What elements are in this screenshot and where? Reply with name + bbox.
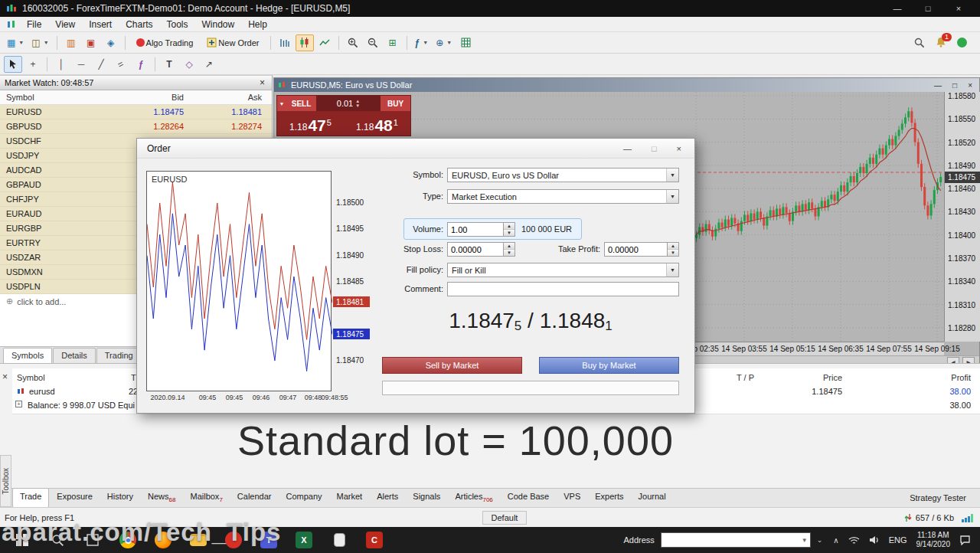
auto-scroll-button[interactable]: ⊞ (384, 34, 402, 51)
chart-title-bar[interactable]: EURUSD,M5: Euro vs US Dollar — □ × (274, 78, 979, 92)
menu-file[interactable]: File (20, 18, 48, 31)
new-chart-button[interactable]: ▦▼ (4, 34, 27, 51)
zoom-out-button[interactable] (364, 34, 382, 51)
excel-icon[interactable]: X (286, 527, 322, 553)
search-icon[interactable] (914, 38, 925, 48)
tab-details[interactable]: Details (53, 348, 96, 363)
algo-trading-button[interactable]: Algo Trading (130, 34, 200, 51)
volume-icon[interactable] (869, 535, 880, 545)
navigator-toggle[interactable]: ◈ (102, 34, 120, 51)
notifications-button[interactable]: 1 (936, 37, 946, 49)
tray-expand-icon[interactable]: ∧ (833, 536, 838, 545)
oneclick-buy-price[interactable]: 1.18 48 1 (344, 111, 410, 136)
sell-by-market-button[interactable]: Sell by Market (382, 357, 522, 374)
tab-exposure[interactable]: Exposure (50, 489, 99, 506)
market-watch-close-icon[interactable]: × (257, 77, 267, 88)
timeframes-button[interactable] (456, 34, 475, 51)
comment-input[interactable] (447, 282, 679, 296)
tab-alerts[interactable]: Alerts (370, 489, 405, 506)
volume-spinner[interactable]: ▲▼ (504, 222, 515, 237)
market-watch-row[interactable]: EURUSD 1.18475 1.18481 (0, 105, 272, 119)
chart-close-button[interactable]: × (968, 81, 972, 90)
menu-window[interactable]: Window (195, 18, 242, 31)
tab-journal[interactable]: Journal (632, 489, 673, 506)
oneclick-collapse-icon[interactable]: ▼ (277, 96, 286, 111)
main-price-axis[interactable]: 1.18475 1.185801.185501.185201.184901.18… (944, 92, 980, 342)
menu-insert[interactable]: Insert (82, 18, 119, 31)
window-close-button[interactable]: × (943, 4, 974, 13)
tab-trading[interactable]: Trading (96, 348, 142, 363)
tab-history[interactable]: History (100, 489, 140, 506)
oneclick-volume-spinner[interactable]: ▲▼ (355, 99, 360, 108)
chart-restore-button[interactable]: □ (952, 81, 957, 90)
horizontal-line-tool-button[interactable]: ─ (72, 56, 90, 73)
market-watch-toggle[interactable]: ▥ (62, 34, 80, 51)
cursor-tool-button[interactable] (4, 56, 22, 73)
trade-column-price[interactable]: Price (781, 373, 842, 382)
crosshair-tool-button[interactable]: + (24, 56, 42, 73)
oneclick-buy-header[interactable]: BUY (381, 96, 410, 111)
trade-column-symbol[interactable]: Symbol (17, 373, 45, 382)
line-chart-mode-button[interactable] (315, 34, 334, 51)
channel-tool-button[interactable]: = (112, 56, 130, 73)
tab-mailbox[interactable]: Mailbox7 (183, 489, 229, 506)
take-profit-spinner[interactable]: ▲▼ (668, 242, 679, 257)
text-tool-button[interactable]: T (160, 56, 178, 73)
trade-column-profit[interactable]: Profit (910, 373, 971, 382)
language-indicator[interactable]: ENG (889, 535, 907, 545)
tab-experts[interactable]: Experts (588, 489, 630, 506)
stop-loss-input[interactable] (447, 242, 504, 257)
fill-policy-arrow-icon[interactable]: ▼ (666, 263, 678, 276)
tab-articles[interactable]: Articles706 (448, 489, 499, 506)
fibonacci-tool-button[interactable]: ƒ (132, 56, 150, 73)
toolbox-close-icon[interactable]: × (2, 371, 8, 382)
tab-calendar[interactable]: Calendar (230, 489, 279, 506)
menu-tools[interactable]: Tools (160, 18, 195, 31)
column-bid[interactable]: Bid (107, 93, 193, 102)
market-watch-row[interactable]: GBPUSD 1.28264 1.28274 (0, 119, 272, 134)
app-icon-record[interactable]: C (357, 527, 392, 553)
balance-expand-icon[interactable]: + (15, 401, 22, 407)
tab-trade[interactable]: Trade (12, 488, 49, 507)
toolbox-side-tab[interactable]: Toolbox (0, 455, 11, 507)
profiles-button[interactable]: ◫▼ (28, 34, 51, 51)
tab-signals[interactable]: Signals (406, 489, 447, 506)
order-type-select[interactable]: Market Execution ▼ (447, 189, 679, 204)
tab-company[interactable]: Company (279, 489, 328, 506)
menu-charts[interactable]: Charts (119, 18, 159, 31)
order-dialog-title-bar[interactable]: Order — □ × (137, 139, 694, 159)
trendline-tool-button[interactable]: ╱ (92, 56, 110, 73)
arrow-tool-button[interactable]: ↗ (200, 56, 218, 73)
volume-input[interactable] (447, 222, 504, 237)
oneclick-sell-price[interactable]: 1.18 47 5 (277, 111, 344, 136)
oneclick-sell-header[interactable]: SELL (286, 96, 316, 111)
tab-news[interactable]: News68 (141, 489, 182, 506)
type-select-arrow-icon[interactable]: ▼ (666, 190, 678, 203)
menu-help[interactable]: Help (241, 18, 274, 31)
symbol-select[interactable]: EURUSD, Euro vs US Dollar ▼ (447, 168, 679, 182)
symbol-select-arrow-icon[interactable]: ▼ (666, 169, 678, 182)
community-icon[interactable] (957, 38, 967, 47)
new-order-button[interactable]: New Order (201, 34, 265, 51)
network-icon[interactable] (848, 535, 860, 545)
objects-list-button[interactable]: ⊕▼ (433, 34, 455, 51)
candlestick-mode-button[interactable] (296, 34, 314, 51)
bar-chart-mode-button[interactable] (276, 34, 294, 51)
window-maximize-button[interactable]: □ (913, 4, 943, 13)
column-ask[interactable]: Ask (193, 93, 268, 102)
zoom-in-button[interactable] (344, 34, 362, 51)
taskbar-clock[interactable]: 11:18 AM 9/14/2020 (916, 531, 951, 549)
dialog-close-button[interactable]: × (677, 144, 681, 153)
column-symbol[interactable]: Symbol (0, 93, 107, 102)
tab-vps[interactable]: VPS (557, 489, 587, 506)
dialog-maximize-button[interactable]: □ (652, 144, 657, 153)
position-symbol[interactable]: eurusd (29, 387, 55, 396)
tab-code-base[interactable]: Code Base (501, 489, 556, 506)
chart-minimize-button[interactable]: — (934, 81, 942, 90)
oneclick-volume-input[interactable]: 0.01 ▲▼ (316, 96, 381, 111)
tab-symbols[interactable]: Symbols (3, 348, 52, 363)
shapes-tool-button[interactable]: ◇ (180, 56, 198, 73)
indicators-button[interactable]: ƒ▼ (412, 34, 432, 51)
dialog-minimize-button[interactable]: — (623, 144, 632, 153)
strategy-tester-label[interactable]: Strategy Tester (910, 493, 980, 502)
